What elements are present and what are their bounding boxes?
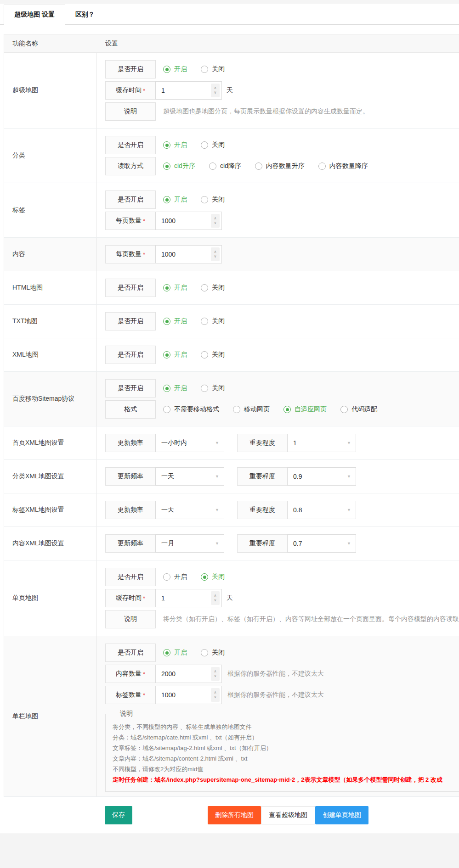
select-pair: 重要程度0.8▼ [237,501,356,519]
radio-option[interactable]: 关闭 [201,317,225,325]
field-label: 是否开启 [118,284,143,292]
create-single-page-sitemap-button[interactable]: 创建单页地图 [315,806,368,824]
select-dropdown[interactable]: 一小时内▼ [155,434,224,452]
select-dropdown[interactable]: 0.8▼ [287,501,356,519]
select-dropdown[interactable]: 0.9▼ [287,467,356,486]
field-label: 标签数量 [116,691,142,699]
number-input[interactable]: 1000∧∨ [155,245,222,263]
radio-option[interactable]: 代码适配 [340,405,377,414]
radio-circle-icon [201,284,208,291]
feature-row: 分类XML地图设置更新频率一天▼重要程度0.9▼ [4,460,459,493]
select-dropdown[interactable]: 1▼ [287,434,356,452]
field-label: 重要程度 [249,472,275,481]
radio-label: cid升序 [174,162,195,170]
feature-name-cell: 分类 [4,129,97,183]
select-dropdown[interactable]: 0.7▼ [287,534,356,553]
spinner-down-icon[interactable]: ∨ [214,90,217,95]
number-spinner[interactable]: ∧∨ [211,688,220,702]
number-spinner[interactable]: ∧∨ [211,84,220,97]
radio-option[interactable]: cid降序 [209,162,241,170]
radio-dot-icon [165,144,169,147]
radio-group: 开启关闭 [163,284,238,292]
feature-row: 单页地图是否开启开启关闭缓存时间*1∧∨天说明将分类（如有开启）、标签（如有开启… [4,560,459,636]
delete-all-sitemaps-button[interactable]: 删除所有地图 [208,806,261,824]
spinner-up-icon[interactable]: ∧ [214,216,217,221]
spinner-up-icon[interactable]: ∧ [214,669,217,674]
radio-option[interactable]: 关闭 [201,141,225,149]
radio-option[interactable]: 开启 [163,384,187,392]
setting-sub-row: 是否开启开启关闭 [105,279,459,297]
tab-difference[interactable]: 区别？ [65,5,105,24]
radio-option[interactable]: 关闭 [201,649,225,657]
select-dropdown[interactable]: 一月▼ [155,534,224,553]
feature-name-cell: 标签 [4,183,97,237]
radio-group: 开启关闭 [163,351,238,359]
spinner-down-icon[interactable]: ∨ [214,695,217,700]
radio-circle-icon [209,162,216,170]
cron-warning-line: 定时任务创建：域名/index.php?supersitemap-one_sit… [113,774,459,785]
radio-option[interactable]: 关闭 [201,284,225,292]
field-label-box: 是否开启 [105,136,156,154]
radio-option[interactable]: 开启 [163,317,187,325]
spacer [0,25,459,34]
radio-circle-icon [255,162,262,170]
radio-option[interactable]: 开启 [163,65,187,73]
header-col-feature: 功能名称 [4,39,97,48]
field-label-box: 每页数量* [105,245,156,263]
spinner-down-icon[interactable]: ∨ [214,598,217,603]
radio-option[interactable]: 不需要移动格式 [163,405,219,414]
radio-option[interactable]: 内容数量升序 [255,162,305,170]
note-text: 超级地图也是地图分页，每页展示数量根据你设置的内容生成数量而定。 [163,107,369,116]
number-input[interactable]: 1000∧∨ [155,686,222,704]
radio-option[interactable]: 关闭 [201,65,225,73]
radio-option[interactable]: 关闭 [201,573,225,581]
chevron-down-icon: ▼ [215,441,219,445]
spinner-down-icon[interactable]: ∨ [214,221,217,225]
radio-option[interactable]: 开启 [163,141,187,149]
number-spinner[interactable]: ∧∨ [211,591,220,605]
radio-option[interactable]: 开启 [163,573,187,581]
radio-option[interactable]: 开启 [163,351,187,359]
radio-option[interactable]: 关闭 [201,351,225,359]
number-input[interactable]: 1000∧∨ [155,212,222,230]
settings-table: 功能名称 设置 超级地图是否开启开启关闭缓存时间*1∧∨天说明超级地图也是地图分… [4,34,459,797]
setting-sub-row: 标签数量*1000∧∨根据你的服务器性能，不建议太大 [105,686,459,704]
radio-option[interactable]: 开启 [163,196,187,204]
spinner-down-icon[interactable]: ∨ [214,254,217,259]
spinner-up-icon[interactable]: ∧ [214,86,217,90]
field-label: 更新频率 [118,472,143,481]
number-spinner[interactable]: ∧∨ [211,247,220,261]
number-spinner[interactable]: ∧∨ [211,667,220,681]
radio-option[interactable]: 内容数量降序 [318,162,368,170]
number-input[interactable]: 1∧∨ [155,589,222,607]
radio-label: 关闭 [212,196,225,204]
radio-option[interactable]: 开启 [163,284,187,292]
radio-dot-icon [165,165,169,168]
feature-name: 内容XML地图设置 [12,539,64,548]
radio-option[interactable]: 开启 [163,649,187,657]
spinner-up-icon[interactable]: ∧ [214,250,217,254]
number-input[interactable]: 2000∧∨ [155,665,222,683]
radio-option[interactable]: 关闭 [201,384,225,392]
view-supermap-button[interactable]: 查看超级地图 [261,806,315,824]
spinner-down-icon[interactable]: ∨ [214,674,217,678]
spinner-up-icon[interactable]: ∧ [214,594,217,598]
spinner-up-icon[interactable]: ∧ [214,690,217,695]
number-spinner[interactable]: ∧∨ [211,214,220,228]
save-button[interactable]: 保存 [105,806,132,824]
radio-option[interactable]: cid升序 [163,162,195,170]
select-dropdown[interactable]: 一天▼ [155,501,224,519]
feature-name: 标签XML地图设置 [12,506,64,514]
select-dropdown[interactable]: 一天▼ [155,467,224,486]
field-label-box: 是否开启 [105,60,156,78]
radio-option[interactable]: 关闭 [201,196,225,204]
radio-option[interactable]: 自适应网页 [283,405,327,414]
settings-cell: 是否开启开启关闭 [97,271,459,304]
settings-cell: 是否开启开启关闭内容数量*2000∧∨根据你的服务器性能，不建议太大标签数量*1… [97,636,459,796]
radio-group: 开启关闭 [163,649,238,657]
radio-label: 开启 [174,649,187,657]
number-input[interactable]: 1∧∨ [155,81,222,100]
radio-option[interactable]: 移动网页 [233,405,270,414]
feature-name: 单页地图 [12,594,38,602]
tab-supermap-settings[interactable]: 超级地图 设置 [4,5,65,25]
